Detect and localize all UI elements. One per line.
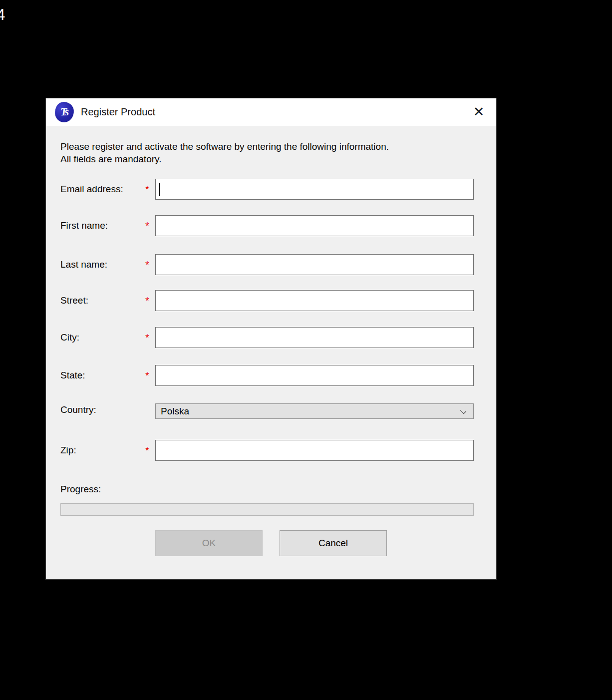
city-required-mark: * (145, 327, 149, 348)
app-logo-text: Ts (60, 105, 68, 118)
zip-field[interactable] (155, 440, 474, 461)
first-name-required-mark: * (145, 215, 149, 236)
street-field[interactable] (155, 290, 474, 311)
email-label: Email address: (60, 179, 123, 200)
dialog-titlebar: Ts Register Product ✕ (46, 98, 496, 126)
last-name-label: Last name: (60, 254, 107, 275)
state-field[interactable] (155, 365, 474, 386)
email-required-mark: * (145, 179, 149, 200)
state-label: State: (60, 365, 85, 386)
country-selected-value: Polska (161, 406, 189, 417)
progress-label: Progress: (60, 483, 101, 496)
street-required-mark: * (145, 290, 149, 311)
instructions-line1: Please register and activate the softwar… (60, 140, 389, 153)
progress-bar (60, 503, 474, 516)
last-name-field[interactable] (155, 254, 474, 275)
dialog-title: Register Product (81, 106, 155, 118)
state-required-mark: * (145, 365, 149, 386)
city-label: City: (60, 327, 79, 348)
register-product-dialog: Ts Register Product ✕ Please register an… (45, 98, 497, 580)
app-logo-icon: Ts (54, 101, 75, 123)
instructions-text: Please register and activate the softwar… (60, 140, 389, 165)
stray-character: 4 (0, 6, 5, 24)
close-icon[interactable]: ✕ (467, 100, 490, 123)
zip-label: Zip: (60, 440, 76, 461)
last-name-required-mark: * (145, 254, 149, 275)
street-label: Street: (60, 290, 88, 311)
instructions-line2: All fields are mandatory. (60, 153, 389, 165)
ok-button[interactable]: OK (155, 530, 263, 556)
text-cursor (159, 183, 160, 196)
first-name-label: First name: (60, 215, 108, 236)
email-field[interactable] (155, 179, 474, 200)
chevron-down-icon (461, 408, 466, 414)
city-field[interactable] (155, 327, 474, 348)
first-name-field[interactable] (155, 215, 474, 236)
country-dropdown[interactable]: Polska (155, 403, 474, 419)
country-label: Country: (60, 401, 96, 419)
cancel-button[interactable]: Cancel (280, 530, 387, 556)
zip-required-mark: * (145, 440, 149, 461)
